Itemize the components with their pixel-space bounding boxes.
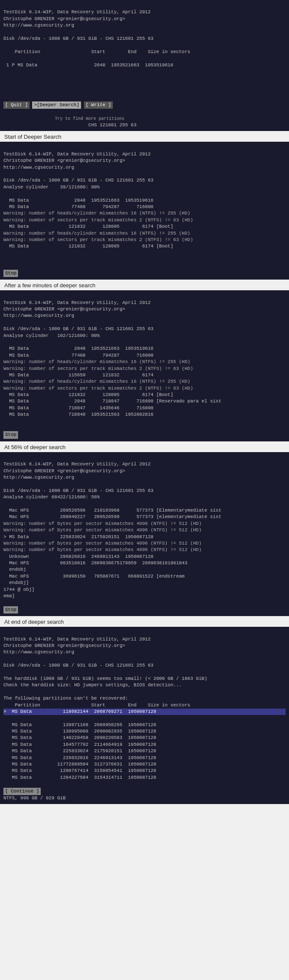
stop-button-2[interactable]: Stop <box>3 270 18 277</box>
terminal-1: TestDisk 6.14-WIP, Data Recovery Utility… <box>0 0 289 131</box>
table-row-2: MS Data 139995008 2090082935 1950087128 <box>3 729 156 734</box>
continue-button[interactable]: [ Continue ] <box>3 788 41 795</box>
line-title-5: TestDisk 6.14-WIP, Data Recovery Utility… <box>3 637 207 708</box>
section-label-2: After a few minutes of deeper search <box>0 280 289 290</box>
hint-text: Try to find more partitions <box>3 116 124 121</box>
terminal-5: TestDisk 6.14-WIP, Data Recovery Utility… <box>0 627 289 804</box>
quit-button[interactable]: [ Quit ] <box>3 101 30 109</box>
table-row-selected[interactable]: > MS Data 118682144 2068769271 195008712… <box>3 709 286 715</box>
stop-button-4[interactable]: Stop <box>3 606 18 614</box>
deeper-search-button[interactable]: >[Deeper Search] <box>32 101 81 109</box>
section-label-3: At 56% of deeper search <box>0 441 289 452</box>
table-row-9: MS Data 1204227584 3154314711 1950087128 <box>3 775 156 780</box>
panel-5: TestDisk 6.14-WIP, Data Recovery Utility… <box>0 627 289 804</box>
panel-2: TestDisk 6.14-WIP, Data Recovery Utility… <box>0 142 289 280</box>
panel-3: TestDisk 6.14-WIP, Data Recovery Utility… <box>0 290 289 441</box>
terminal-4: TestDisk 6.14-WIP, Data Recovery Utility… <box>0 452 289 616</box>
table-row-6: MS Data 226032016 2246913143 1950087128 <box>3 755 156 760</box>
terminal-2: TestDisk 6.14-WIP, Data Recovery Utility… <box>0 142 289 280</box>
line-title-2: TestDisk 6.14-WIP, Data Recovery Utility… <box>3 152 193 249</box>
section-label-1: Start of Deeper Search <box>0 131 289 142</box>
panel-1: TestDisk 6.14-WIP, Data Recovery Utility… <box>0 0 289 131</box>
table-row-5: MS Data 225833024 2175920151 1950087128 <box>3 748 156 754</box>
terminal-3: TestDisk 6.14-WIP, Data Recovery Utility… <box>0 290 289 441</box>
table-row-8: MS Data 1200767414 3150854541 1950087128 <box>3 768 156 773</box>
table-row-7: MS Data 11772889504 3127376631 195008712… <box>3 762 156 767</box>
footer-text: NTFS, 998 GB / 929 GiB <box>3 795 66 801</box>
line-title-4: TestDisk 6.14-WIP, Data Recovery Utility… <box>3 462 221 599</box>
stop-button-3[interactable]: Stop <box>3 431 18 438</box>
panel-4: TestDisk 6.14-WIP, Data Recovery Utility… <box>0 452 289 616</box>
line-title-3: TestDisk 6.14-WIP, Data Recovery Utility… <box>3 300 221 417</box>
extra-line: CHS 121601 255 63 <box>3 122 136 128</box>
line-title-1: TestDisk 6.14-WIP, Data Recovery Utility… <box>3 9 190 67</box>
table-row-4: MS Data 164577792 2114664919 1950087128 <box>3 742 156 747</box>
section-label-4: At end of deeper search <box>0 616 289 627</box>
table-row-1: MS Data 139871168 2089958295 1950087128 <box>3 722 156 727</box>
table-row-3: MS Data 140220458 2090220583 1950087128 <box>3 735 156 740</box>
write-button[interactable]: [ Write ] <box>84 101 113 109</box>
